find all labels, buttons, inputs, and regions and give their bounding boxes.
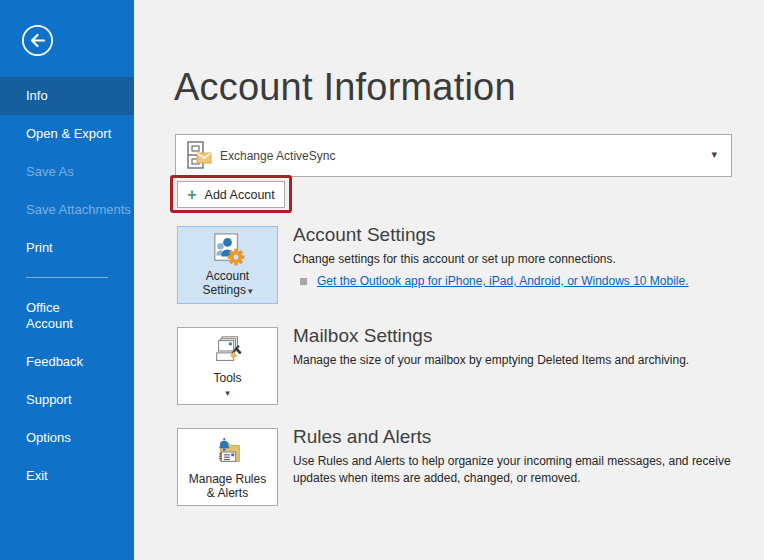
account-dropdown[interactable]: Exchange ActiveSync ▾ bbox=[175, 134, 732, 177]
add-account-button[interactable]: + Add Account bbox=[177, 181, 285, 208]
section-description: Use Rules and Alerts to help organize yo… bbox=[293, 453, 745, 487]
page-title: Account Information bbox=[174, 66, 516, 109]
account-settings-button-label: Account Settings▾ bbox=[189, 269, 267, 298]
account-settings-icon bbox=[211, 232, 245, 266]
tile-caret-icon: ▾ bbox=[248, 286, 253, 296]
plus-icon: + bbox=[187, 187, 196, 203]
sidebar-item-options[interactable]: Options bbox=[0, 419, 134, 457]
rules-alerts-icon bbox=[211, 435, 245, 469]
exchange-activesync-icon bbox=[186, 141, 212, 171]
rules-alerts-section: Rules and Alerts Use Rules and Alerts to… bbox=[293, 426, 745, 487]
backstage-sidebar: Info Open & Export Save As Save Attachme… bbox=[0, 0, 134, 560]
section-description: Manage the size of your mailbox by empty… bbox=[293, 352, 745, 369]
account-dropdown-value: Exchange ActiveSync bbox=[220, 149, 335, 163]
account-settings-button[interactable]: Account Settings▾ bbox=[177, 226, 278, 304]
tile-caret-icon: ▾ bbox=[225, 388, 230, 398]
sidebar-item-save-as: Save As bbox=[0, 153, 134, 191]
sidebar-item-open-export[interactable]: Open & Export bbox=[0, 115, 134, 153]
manage-rules-alerts-button[interactable]: Manage Rules & Alerts bbox=[177, 428, 278, 506]
sidebar-divider bbox=[26, 277, 108, 278]
section-heading: Mailbox Settings bbox=[293, 325, 745, 347]
back-button[interactable] bbox=[21, 24, 54, 57]
tools-button-label: Tools bbox=[213, 371, 241, 385]
bullet-icon bbox=[300, 278, 307, 285]
sidebar-item-feedback[interactable]: Feedback bbox=[0, 343, 134, 381]
dropdown-caret-icon: ▾ bbox=[711, 148, 717, 161]
sidebar-item-print[interactable]: Print bbox=[0, 229, 134, 267]
section-heading: Rules and Alerts bbox=[293, 426, 745, 448]
section-description: Change settings for this account or set … bbox=[293, 251, 745, 268]
manage-rules-alerts-button-label: Manage Rules & Alerts bbox=[189, 472, 267, 500]
sidebar-item-exit[interactable]: Exit bbox=[0, 457, 134, 495]
sidebar-item-save-attachments: Save Attachments bbox=[0, 191, 134, 229]
sidebar-item-support[interactable]: Support bbox=[0, 381, 134, 419]
back-arrow-icon bbox=[21, 24, 54, 57]
sidebar-item-info[interactable]: Info bbox=[0, 77, 134, 115]
mailbox-settings-section: Mailbox Settings Manage the size of your… bbox=[293, 325, 745, 369]
sidebar-item-office-account[interactable]: Office Account bbox=[0, 297, 90, 341]
section-heading: Account Settings bbox=[293, 224, 745, 246]
outlook-backstage-view: Info Open & Export Save As Save Attachme… bbox=[0, 0, 764, 560]
outlook-app-link[interactable]: Get the Outlook app for iPhone, iPad, An… bbox=[317, 274, 689, 288]
tools-button[interactable]: Tools ▾ bbox=[177, 327, 278, 405]
mailbox-cleanup-icon bbox=[211, 334, 245, 368]
add-account-label: Add Account bbox=[205, 188, 275, 202]
account-settings-section: Account Settings Change settings for thi… bbox=[293, 224, 745, 288]
